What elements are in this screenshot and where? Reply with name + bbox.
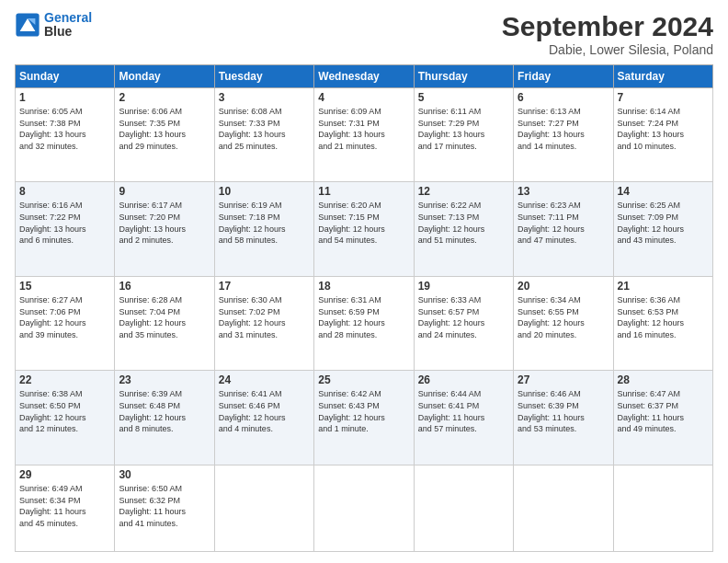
day-number: 18 [318, 280, 409, 293]
header: General Blue September 2024 Dabie, Lower… [15, 11, 713, 57]
day-number: 17 [219, 280, 310, 293]
day-info: Sunrise: 6:30 AM Sunset: 7:02 PM Dayligh… [219, 294, 310, 340]
day-number: 11 [318, 185, 409, 198]
day-number: 23 [119, 373, 210, 386]
calendar-cell [314, 465, 414, 551]
day-info: Sunrise: 6:13 AM Sunset: 7:27 PM Dayligh… [518, 106, 609, 152]
day-number: 13 [518, 185, 609, 198]
day-number: 15 [19, 280, 110, 293]
calendar-cell: 14Sunrise: 6:25 AM Sunset: 7:09 PM Dayli… [613, 182, 712, 276]
calendar-cell: 6Sunrise: 6:13 AM Sunset: 7:27 PM Daylig… [514, 88, 613, 182]
day-info: Sunrise: 6:34 AM Sunset: 6:55 PM Dayligh… [518, 294, 609, 340]
calendar-cell [514, 465, 613, 551]
calendar-cell: 19Sunrise: 6:33 AM Sunset: 6:57 PM Dayli… [414, 276, 513, 370]
calendar-week-3: 15Sunrise: 6:27 AM Sunset: 7:06 PM Dayli… [16, 276, 713, 370]
calendar-cell [613, 465, 712, 551]
day-number: 22 [19, 373, 110, 386]
calendar-cell: 12Sunrise: 6:22 AM Sunset: 7:13 PM Dayli… [414, 182, 513, 276]
day-info: Sunrise: 6:39 AM Sunset: 6:48 PM Dayligh… [119, 388, 210, 434]
calendar-week-4: 22Sunrise: 6:38 AM Sunset: 6:50 PM Dayli… [16, 371, 713, 465]
logo: General Blue [15, 11, 92, 40]
day-number: 4 [318, 91, 409, 104]
day-info: Sunrise: 6:27 AM Sunset: 7:06 PM Dayligh… [19, 294, 110, 340]
day-info: Sunrise: 6:06 AM Sunset: 7:35 PM Dayligh… [119, 106, 210, 152]
calendar-cell: 16Sunrise: 6:28 AM Sunset: 7:04 PM Dayli… [115, 276, 214, 370]
calendar-cell: 1Sunrise: 6:05 AM Sunset: 7:38 PM Daylig… [16, 88, 115, 182]
calendar-cell: 5Sunrise: 6:11 AM Sunset: 7:29 PM Daylig… [414, 88, 513, 182]
day-info: Sunrise: 6:25 AM Sunset: 7:09 PM Dayligh… [618, 200, 709, 246]
day-number: 25 [318, 373, 409, 386]
calendar-cell: 4Sunrise: 6:09 AM Sunset: 7:31 PM Daylig… [314, 88, 414, 182]
day-info: Sunrise: 6:28 AM Sunset: 7:04 PM Dayligh… [119, 294, 210, 340]
day-number: 24 [219, 373, 310, 386]
calendar-cell: 21Sunrise: 6:36 AM Sunset: 6:53 PM Dayli… [613, 276, 712, 370]
day-number: 30 [119, 468, 210, 481]
calendar-cell: 7Sunrise: 6:14 AM Sunset: 7:24 PM Daylig… [613, 88, 712, 182]
day-info: Sunrise: 6:49 AM Sunset: 6:34 PM Dayligh… [19, 483, 110, 529]
day-info: Sunrise: 6:09 AM Sunset: 7:31 PM Dayligh… [318, 106, 409, 152]
day-number: 27 [518, 373, 609, 386]
day-info: Sunrise: 6:11 AM Sunset: 7:29 PM Dayligh… [418, 106, 509, 152]
day-number: 10 [219, 185, 310, 198]
logo-text: General Blue [44, 11, 92, 40]
calendar-cell: 15Sunrise: 6:27 AM Sunset: 7:06 PM Dayli… [16, 276, 115, 370]
col-header-monday: Monday [115, 65, 214, 88]
day-number: 20 [518, 280, 609, 293]
day-number: 6 [518, 91, 609, 104]
day-number: 7 [618, 91, 709, 104]
day-info: Sunrise: 6:44 AM Sunset: 6:41 PM Dayligh… [418, 388, 509, 434]
day-info: Sunrise: 6:36 AM Sunset: 6:53 PM Dayligh… [618, 294, 709, 340]
day-info: Sunrise: 6:22 AM Sunset: 7:13 PM Dayligh… [418, 200, 509, 246]
day-number: 8 [19, 185, 110, 198]
calendar-cell: 26Sunrise: 6:44 AM Sunset: 6:41 PM Dayli… [414, 371, 513, 465]
calendar-cell: 3Sunrise: 6:08 AM Sunset: 7:33 PM Daylig… [214, 88, 313, 182]
day-info: Sunrise: 6:05 AM Sunset: 7:38 PM Dayligh… [19, 106, 110, 152]
calendar-cell: 28Sunrise: 6:47 AM Sunset: 6:37 PM Dayli… [613, 371, 712, 465]
day-info: Sunrise: 6:47 AM Sunset: 6:37 PM Dayligh… [618, 388, 709, 434]
calendar-header-row: SundayMondayTuesdayWednesdayThursdayFrid… [16, 65, 713, 88]
day-info: Sunrise: 6:17 AM Sunset: 7:20 PM Dayligh… [119, 200, 210, 246]
calendar-cell: 29Sunrise: 6:49 AM Sunset: 6:34 PM Dayli… [16, 465, 115, 551]
day-number: 2 [119, 91, 210, 104]
logo-icon [15, 12, 40, 38]
day-number: 29 [19, 468, 110, 481]
calendar-cell: 20Sunrise: 6:34 AM Sunset: 6:55 PM Dayli… [514, 276, 613, 370]
day-number: 5 [418, 91, 509, 104]
day-number: 3 [219, 91, 310, 104]
calendar-week-5: 29Sunrise: 6:49 AM Sunset: 6:34 PM Dayli… [16, 465, 713, 551]
day-info: Sunrise: 6:33 AM Sunset: 6:57 PM Dayligh… [418, 294, 509, 340]
calendar-cell: 17Sunrise: 6:30 AM Sunset: 7:02 PM Dayli… [214, 276, 313, 370]
calendar-cell: 30Sunrise: 6:50 AM Sunset: 6:32 PM Dayli… [115, 465, 214, 551]
day-info: Sunrise: 6:20 AM Sunset: 7:15 PM Dayligh… [318, 200, 409, 246]
day-number: 9 [119, 185, 210, 198]
col-header-thursday: Thursday [414, 65, 513, 88]
calendar-week-1: 1Sunrise: 6:05 AM Sunset: 7:38 PM Daylig… [16, 88, 713, 182]
calendar-cell: 18Sunrise: 6:31 AM Sunset: 6:59 PM Dayli… [314, 276, 414, 370]
day-info: Sunrise: 6:08 AM Sunset: 7:33 PM Dayligh… [219, 106, 310, 152]
calendar-cell: 13Sunrise: 6:23 AM Sunset: 7:11 PM Dayli… [514, 182, 613, 276]
calendar-cell: 2Sunrise: 6:06 AM Sunset: 7:35 PM Daylig… [115, 88, 214, 182]
month-title: September 2024 [502, 11, 713, 42]
day-number: 1 [19, 91, 110, 104]
calendar-cell [414, 465, 513, 551]
day-info: Sunrise: 6:42 AM Sunset: 6:43 PM Dayligh… [318, 388, 409, 434]
day-info: Sunrise: 6:19 AM Sunset: 7:18 PM Dayligh… [219, 200, 310, 246]
title-block: September 2024 Dabie, Lower Silesia, Pol… [502, 11, 713, 57]
day-info: Sunrise: 6:23 AM Sunset: 7:11 PM Dayligh… [518, 200, 609, 246]
day-number: 14 [618, 185, 709, 198]
day-info: Sunrise: 6:16 AM Sunset: 7:22 PM Dayligh… [19, 200, 110, 246]
day-info: Sunrise: 6:31 AM Sunset: 6:59 PM Dayligh… [318, 294, 409, 340]
day-info: Sunrise: 6:46 AM Sunset: 6:39 PM Dayligh… [518, 388, 609, 434]
calendar-cell: 11Sunrise: 6:20 AM Sunset: 7:15 PM Dayli… [314, 182, 414, 276]
col-header-wednesday: Wednesday [314, 65, 414, 88]
calendar-cell: 10Sunrise: 6:19 AM Sunset: 7:18 PM Dayli… [214, 182, 313, 276]
calendar-table: SundayMondayTuesdayWednesdayThursdayFrid… [15, 64, 713, 552]
day-number: 12 [418, 185, 509, 198]
calendar-cell [214, 465, 313, 551]
calendar-cell: 8Sunrise: 6:16 AM Sunset: 7:22 PM Daylig… [16, 182, 115, 276]
calendar-cell: 24Sunrise: 6:41 AM Sunset: 6:46 PM Dayli… [214, 371, 313, 465]
day-info: Sunrise: 6:50 AM Sunset: 6:32 PM Dayligh… [119, 483, 210, 529]
calendar-cell: 23Sunrise: 6:39 AM Sunset: 6:48 PM Dayli… [115, 371, 214, 465]
calendar-cell: 9Sunrise: 6:17 AM Sunset: 7:20 PM Daylig… [115, 182, 214, 276]
calendar-week-2: 8Sunrise: 6:16 AM Sunset: 7:22 PM Daylig… [16, 182, 713, 276]
